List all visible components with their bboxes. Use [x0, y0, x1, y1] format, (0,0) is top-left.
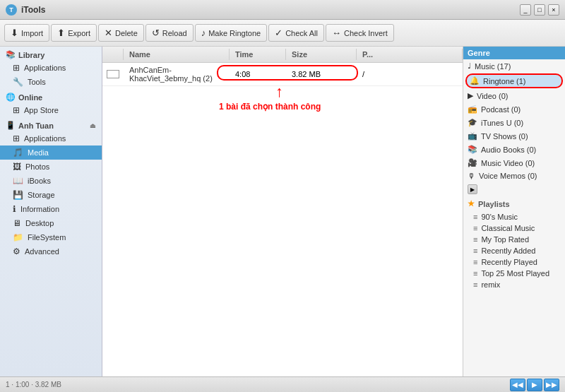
genre-ringtone[interactable]: 🔔 Ringtone (1) — [465, 73, 563, 88]
header-extra-col[interactable]: P... — [357, 49, 463, 60]
playlist-recently-added[interactable]: ≡ Recently Added — [463, 245, 565, 256]
playlist-icon-2: ≡ — [473, 235, 477, 244]
make-ringtone-button[interactable]: ♪ Make Ringtone — [195, 24, 268, 42]
playlist-icon-4: ≡ — [473, 258, 477, 266]
playlist-classical[interactable]: ≡ Classical Music — [463, 222, 565, 234]
right-panel-scroll-area: ▶ — [463, 182, 565, 196]
library-icon: 📚 — [6, 50, 16, 59]
table-row[interactable]: AnhCanEm-KhacViet_3ebmy_hq (2) 4:08 3.82… — [102, 63, 463, 86]
sidebar-item-device-applications[interactable]: ⊞ Applications — [0, 131, 102, 145]
music-icon: ♩ — [468, 61, 471, 71]
library-section[interactable]: 📚 Library — [0, 47, 102, 61]
sidebar-item-storage[interactable]: 💾 Storage — [0, 188, 102, 202]
information-icon: ℹ — [13, 204, 16, 214]
status-info: 1 · 1:00 · 3.82 MB — [6, 381, 61, 388]
check-invert-button[interactable]: ↔ Check Invert — [326, 24, 394, 42]
import-button[interactable]: ⬇ Import — [4, 24, 49, 42]
app-icon: T — [6, 4, 17, 16]
device-section[interactable]: 📱 Anh Tuan ⏏ — [0, 117, 102, 131]
title-bar: T iTools _ □ × — [0, 0, 565, 20]
genre-podcast[interactable]: 📻 Podcast (0) — [463, 102, 565, 116]
row-extra: / — [357, 67, 463, 81]
maximize-button[interactable]: □ — [534, 4, 545, 16]
playlist-top-rated[interactable]: ≡ My Top Rated — [463, 234, 565, 245]
sidebar-item-photos[interactable]: 🖼 Photos — [0, 160, 102, 174]
sidebar-item-advanced[interactable]: ⚙ Advanced — [0, 244, 102, 259]
sidebar-item-filesystem[interactable]: 📁 FileSystem — [0, 230, 102, 244]
sidebar-item-desktop[interactable]: 🖥 Desktop — [0, 216, 102, 230]
reload-button[interactable]: ↺ Reload — [145, 24, 194, 42]
online-section[interactable]: 🌐 Online — [0, 89, 102, 103]
photos-icon: 🖼 — [13, 162, 21, 172]
row-filename[interactable]: AnhCanEm-KhacViet_3ebmy_hq (2) — [124, 63, 230, 85]
row-checkbox-cell — [102, 67, 124, 81]
music-video-icon: 🎥 — [468, 158, 477, 167]
ringtone-icon: ♪ — [201, 28, 206, 38]
export-button[interactable]: ⬆ Export — [51, 24, 97, 42]
desktop-icon: 🖥 — [13, 218, 21, 228]
sidebar-item-appstore[interactable]: ⊞ App Store — [0, 103, 102, 117]
reload-icon: ↺ — [152, 28, 160, 38]
genre-audio-books[interactable]: 📚 Audio Books (0) — [463, 143, 565, 156]
minimize-button[interactable]: _ — [520, 4, 531, 16]
sidebar-item-media[interactable]: 🎵 Media — [0, 145, 102, 160]
row-size: 3.82 MB — [286, 67, 357, 81]
itunes-u-icon: 🎓 — [468, 118, 477, 127]
toolbar: ⬇ Import ⬆ Export ✕ Delete ↺ Reload ♪ Ma… — [0, 20, 565, 47]
playlist-top25[interactable]: ≡ Top 25 Most Played — [463, 268, 565, 279]
header-checkbox-col — [102, 49, 124, 60]
sidebar-item-information[interactable]: ℹ Information — [0, 202, 102, 216]
playlist-icon-0: ≡ — [473, 213, 477, 221]
genre-header: Genre — [463, 47, 565, 59]
genre-video[interactable]: ▶ Video (0) — [463, 89, 565, 102]
table-body: AnhCanEm-KhacViet_3ebmy_hq (2) 4:08 3.82… — [102, 63, 463, 376]
filesystem-icon: 📁 — [13, 232, 23, 242]
media-icon: 🎵 — [13, 148, 23, 158]
check-all-button[interactable]: ✓ Check All — [268, 24, 324, 42]
dev-applications-icon: ⊞ — [13, 133, 20, 143]
sidebar-item-tools[interactable]: 🔧 Tools — [0, 75, 102, 89]
header-time-col[interactable]: Time — [230, 49, 286, 60]
right-scroll-button[interactable]: ▶ — [468, 184, 477, 194]
prev-button[interactable]: ◀◀ — [510, 379, 525, 391]
video-icon: ▶ — [468, 91, 473, 100]
genre-music[interactable]: ♩ Music (17) — [463, 59, 565, 73]
sidebar-item-applications[interactable]: ⊞ Applications — [0, 61, 102, 75]
genre-tv-shows[interactable]: 📺 TV Shows (0) — [463, 129, 565, 143]
status-text: 1 · 1:00 · 3.82 MB — [6, 381, 61, 388]
export-icon: ⬆ — [57, 28, 65, 38]
playlist-90s-music[interactable]: ≡ 90's Music — [463, 211, 565, 222]
online-icon: 🌐 — [6, 93, 16, 102]
applications-icon: ⊞ — [13, 63, 20, 73]
sidebar-item-ibooks[interactable]: 📖 iBooks — [0, 174, 102, 188]
playlist-remix[interactable]: ≡ remix — [463, 279, 565, 290]
device-eject-icon[interactable]: ⏏ — [90, 122, 96, 129]
app-title: iTools — [21, 5, 45, 15]
sidebar: 📚 Library ⊞ Applications 🔧 Tools 🌐 Onlin… — [0, 47, 102, 376]
ringtone-genre-icon: 🔔 — [470, 76, 480, 85]
check-invert-icon: ↔ — [332, 28, 341, 38]
play-button[interactable]: ▶ — [527, 379, 542, 391]
playlist-icon-1: ≡ — [473, 224, 477, 232]
table-header: Name Time Size P... — [102, 47, 463, 63]
playlists-header: ★ Playlists — [463, 196, 565, 211]
delete-button[interactable]: ✕ Delete — [98, 24, 144, 42]
check-all-icon: ✓ — [275, 28, 282, 38]
header-name-col[interactable]: Name — [124, 49, 230, 60]
next-button[interactable]: ▶▶ — [544, 379, 559, 391]
star-icon: ★ — [468, 199, 475, 208]
annotation-text: 1 bài đã chọn thành công — [219, 102, 321, 112]
delete-icon: ✕ — [105, 28, 112, 38]
genre-itunes-u[interactable]: 🎓 iTunes U (0) — [463, 116, 565, 129]
playlist-recently-played[interactable]: ≡ Recently Played — [463, 256, 565, 268]
row-checkbox[interactable] — [107, 70, 119, 78]
tv-shows-icon: 📺 — [468, 131, 477, 141]
device-icon: 📱 — [6, 121, 16, 130]
genre-music-video[interactable]: 🎥 Music Video (0) — [463, 156, 565, 170]
genre-voice-memos[interactable]: 🎙 Voice Memos (0) — [463, 170, 565, 182]
playlist-icon-3: ≡ — [473, 247, 477, 255]
close-button[interactable]: × — [548, 4, 559, 16]
nav-controls: ◀◀ ▶ ▶▶ — [510, 379, 559, 391]
header-size-col[interactable]: Size — [286, 49, 357, 60]
appstore-icon: ⊞ — [13, 105, 20, 115]
